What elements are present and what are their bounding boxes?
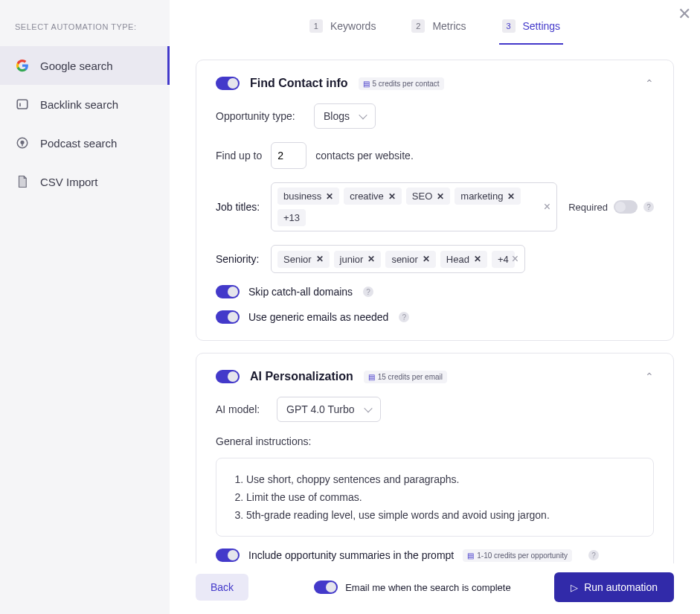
toggle-generic-emails[interactable] (216, 310, 240, 324)
ai-model-label: AI model: (216, 403, 268, 415)
tag-remove-icon[interactable]: ✕ (437, 191, 444, 202)
tab-number: 3 (502, 19, 516, 33)
tag-remove-icon[interactable]: ✕ (326, 191, 333, 202)
sidebar-item-label: Google search (40, 60, 113, 72)
clear-tags-icon[interactable]: × (544, 201, 550, 213)
seniority-label: Seniority: (216, 253, 262, 265)
help-icon[interactable]: ? (643, 202, 654, 212)
close-icon[interactable]: ✕ (678, 4, 691, 24)
generic-emails-label: Use generic emails as needed (248, 311, 388, 323)
help-icon[interactable]: ? (363, 287, 373, 297)
credits-badge: 1-10 credits per opportunity (463, 549, 572, 562)
toggle-include-summaries[interactable] (216, 549, 240, 562)
sidebar-item-podcast-search[interactable]: Podcast search (0, 124, 170, 162)
tag: senior✕ (385, 251, 435, 268)
chevron-up-icon[interactable]: ⌃ (645, 371, 654, 383)
credits-badge: 15 credits per email (364, 371, 447, 383)
findupto-prefix: Find up to (216, 150, 262, 162)
opportunity-type-label: Opportunity type: (216, 110, 305, 122)
ai-model-select[interactable]: GPT 4.0 Turbo (277, 397, 381, 422)
tag: Head✕ (440, 251, 487, 268)
tag: SEO✕ (406, 188, 450, 205)
skip-catchall-label: Skip catch-all domains (248, 286, 353, 298)
job-titles-label: Job titles: (216, 201, 262, 213)
tab-label: Settings (523, 20, 561, 32)
back-button[interactable]: Back (196, 574, 248, 601)
svg-rect-0 (17, 100, 28, 109)
card-title: AI Personalization (250, 370, 353, 383)
tab-metrics[interactable]: 2 Metrics (408, 12, 469, 45)
sidebar-title: SELECT AUTOMATION TYPE: (0, 22, 170, 46)
card-ai-personalization: AI Personalization 15 credits per email … (196, 353, 674, 563)
instruction-item: Limit the use of commas. (246, 491, 637, 503)
tag: Senior✕ (277, 251, 330, 268)
sidebar-item-google-search[interactable]: Google search (0, 46, 170, 85)
tab-keywords[interactable]: 1 Keywords (306, 12, 379, 45)
seniority-input[interactable]: Senior✕ junior✕ senior✕ Head✕ +4 × (271, 245, 525, 273)
tag: junior✕ (334, 251, 382, 268)
card-title: Find Contact info (250, 77, 348, 90)
tag-remove-icon[interactable]: ✕ (367, 254, 375, 264)
card-find-contact: Find Contact info 5 credits per contact … (196, 60, 674, 341)
main: ✕ 1 Keywords 2 Metrics 3 Settings Find C… (170, 0, 700, 614)
tag-remove-icon[interactable]: ✕ (507, 191, 515, 202)
sidebar-item-backlink-search[interactable]: Backlink search (0, 85, 170, 124)
tag-remove-icon[interactable]: ✕ (474, 254, 481, 264)
toggle-skip-catchall[interactable] (216, 285, 240, 298)
tab-label: Metrics (432, 20, 466, 32)
email-complete-label: Email me when the search is complete (345, 582, 511, 593)
toggle-ai-personalization[interactable] (216, 370, 240, 383)
sidebar-item-label: CSV Import (40, 176, 98, 188)
instruction-item: Use short, choppy sentences and paragrap… (246, 473, 637, 485)
findupto-suffix: contacts per website. (315, 150, 414, 162)
tag-remove-icon[interactable]: ✕ (423, 254, 430, 264)
clear-tags-icon[interactable]: × (512, 253, 518, 265)
instructions-box[interactable]: Use short, choppy sentences and paragrap… (216, 458, 654, 537)
help-icon[interactable]: ? (399, 312, 409, 322)
tabs: 1 Keywords 2 Metrics 3 Settings (170, 0, 700, 45)
instruction-item: 5th-grade reading level, use simple word… (246, 509, 637, 521)
tab-number: 2 (411, 19, 425, 33)
toggle-email-complete[interactable] (314, 581, 338, 594)
tag-remove-icon[interactable]: ✕ (388, 191, 396, 202)
google-icon (15, 58, 30, 73)
csv-icon (15, 174, 30, 189)
toggle-required[interactable] (614, 200, 638, 214)
sidebar: SELECT AUTOMATION TYPE: Google search Ba… (0, 0, 170, 614)
opportunity-type-select[interactable]: Blogs (314, 103, 376, 129)
podcast-icon (15, 135, 30, 150)
tag: creative✕ (344, 188, 402, 205)
sidebar-item-label: Podcast search (40, 137, 117, 150)
tag: marketing✕ (455, 188, 521, 205)
job-titles-input[interactable]: business✕ creative✕ SEO✕ marketing✕ +13 … (271, 182, 557, 231)
tag-more[interactable]: +13 (277, 209, 306, 226)
contacts-per-website-input[interactable] (271, 142, 306, 169)
required-label: Required (568, 202, 608, 213)
help-icon[interactable]: ? (588, 550, 599, 560)
tab-settings[interactable]: 3 Settings (499, 12, 564, 45)
sidebar-item-label: Backlink search (40, 98, 118, 111)
sidebar-item-csv-import[interactable]: CSV Import (0, 162, 170, 201)
backlink-icon (15, 97, 30, 112)
tag: business✕ (277, 188, 339, 205)
run-automation-button[interactable]: Run automation (554, 572, 674, 602)
tab-label: Keywords (330, 20, 376, 32)
tag-remove-icon[interactable]: ✕ (316, 254, 324, 264)
include-summaries-label: Include opportunity summaries in the pro… (248, 549, 454, 561)
content: Find Contact info 5 credits per contact … (170, 45, 700, 563)
toggle-find-contact[interactable] (216, 77, 240, 90)
credits-badge: 5 credits per contact (359, 77, 444, 90)
instructions-label: General instructions: (216, 435, 654, 447)
chevron-up-icon[interactable]: ⌃ (645, 77, 654, 89)
tab-number: 1 (309, 19, 323, 33)
svg-point-2 (21, 141, 24, 144)
footer: Back Email me when the search is complet… (170, 563, 700, 614)
